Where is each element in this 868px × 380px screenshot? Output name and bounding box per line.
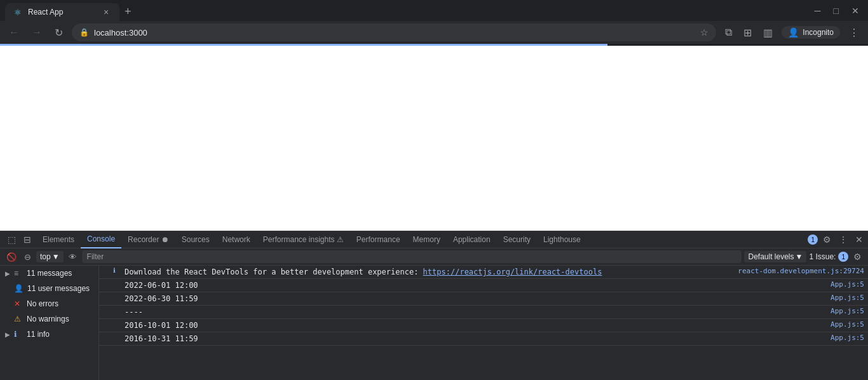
expand-messages-icon: ▶ — [5, 270, 10, 277]
info-entry-icon: ℹ — [113, 267, 122, 274]
lock-icon: 🔒 — [79, 28, 89, 37]
clear-console-button[interactable]: 🚫 — [4, 251, 19, 263]
log-entry-dashes: ---- App.js:5 — [99, 306, 868, 319]
sidebar-item-user-messages[interactable]: ▶ 👤 11 user messages — [0, 281, 98, 296]
devtools-badge: 1 — [808, 234, 818, 245]
console-right-panel: ℹ Download the React DevTools for a bett… — [99, 266, 868, 380]
back-button[interactable]: ← — [5, 24, 23, 41]
tab-close-button[interactable]: × — [100, 6, 112, 18]
issues-badge-area: 1 Issue: 1 — [809, 252, 848, 262]
window-controls: ─ □ ✕ — [811, 4, 863, 17]
no-warnings-icon: ⚠ — [14, 315, 23, 323]
tab-favicon: ⚛ — [13, 7, 23, 17]
tab-sources[interactable]: Sources — [175, 231, 216, 248]
console-filter-icon[interactable]: ⊖ — [22, 251, 34, 263]
tab-console[interactable]: Console — [81, 231, 121, 248]
url-bar[interactable]: 🔒 localhost:3000 ☆ — [72, 24, 716, 41]
tab-lighthouse[interactable]: Lighthouse — [537, 231, 587, 248]
tab-performance-insights[interactable]: Performance insights ⚠ — [257, 231, 350, 248]
sidebar-icon[interactable]: ▥ — [759, 24, 776, 41]
sidebar-item-messages[interactable]: ▶ ≡ 11 messages — [0, 266, 98, 281]
log-source-date2[interactable]: App.js:5 — [750, 294, 864, 302]
devtools-right-icons: 1 ⚙ ⋮ ✕ — [808, 233, 865, 246]
page-content — [0, 46, 868, 231]
forward-button[interactable]: → — [28, 24, 46, 41]
default-levels-label: Default levels — [748, 252, 794, 261]
select-element-icon[interactable]: ⬚ — [5, 233, 18, 246]
title-bar: ⚛ React App × + ─ □ ✕ — [0, 0, 868, 21]
log-source-dashes[interactable]: App.js:5 — [750, 307, 864, 315]
devtools-left-icons: ⬚ ⊟ — [3, 233, 36, 246]
minimize-button[interactable]: ─ — [811, 4, 825, 17]
issue-label: 1 Issue: — [809, 252, 836, 261]
messages-label: 11 messages — [27, 269, 72, 278]
tab-recorder[interactable]: Recorder ⏺ — [121, 231, 175, 248]
devtools-panel: ⬚ ⊟ Elements Console Recorder ⏺ Sources … — [0, 231, 868, 380]
log-message-dashes: ---- — [125, 307, 747, 317]
sidebar-item-no-warnings[interactable]: ▶ ⚠ No warnings — [0, 311, 98, 327]
issue-count-badge: 1 — [838, 252, 848, 262]
devtools-close-icon[interactable]: ✕ — [853, 233, 865, 246]
device-toggle-icon[interactable]: ⊟ — [21, 233, 34, 246]
chrome-menu-button[interactable]: ⋮ — [845, 24, 863, 41]
incognito-label: Incognito — [803, 28, 834, 37]
log-message-date1: 2022-06-01 12:00 — [125, 280, 747, 290]
eye-icon[interactable]: 👁 — [66, 251, 79, 263]
log-entry-date4: 2016-10-31 11:59 App.js:5 — [99, 332, 868, 346]
close-window-button[interactable]: ✕ — [848, 4, 863, 17]
new-tab-button[interactable]: + — [119, 3, 137, 21]
tab-network[interactable]: Network — [216, 231, 257, 248]
user-messages-icon: 👤 — [14, 284, 24, 293]
tab-elements[interactable]: Elements — [36, 231, 81, 248]
extensions-icon[interactable]: ⧉ — [721, 24, 736, 41]
log-source-date3[interactable]: App.js:5 — [750, 320, 864, 329]
console-split: ▶ ≡ 11 messages ▶ 👤 11 user messages ▶ ✕… — [0, 266, 868, 380]
console-log[interactable]: ℹ Download the React DevTools for a bett… — [99, 266, 868, 380]
log-source-date4[interactable]: App.js:5 — [750, 334, 864, 342]
context-label: top — [40, 252, 51, 261]
log-message-date3: 2016-10-01 12:00 — [125, 320, 747, 330]
tab-memory[interactable]: Memory — [407, 231, 447, 248]
console-sidebar: ▶ ≡ 11 messages ▶ 👤 11 user messages ▶ ✕… — [0, 266, 99, 380]
tab-strip: ⚛ React App × + — [5, 0, 806, 21]
url-text: localhost:3000 — [94, 28, 147, 37]
devtools-tab-bar: ⬚ ⊟ Elements Console Recorder ⏺ Sources … — [0, 231, 868, 248]
log-message-devtools: Download the React DevTools for a better… — [125, 267, 735, 277]
log-entry-devtools: ℹ Download the React DevTools for a bett… — [99, 266, 868, 279]
incognito-area[interactable]: 👤 Incognito — [782, 26, 840, 39]
log-entry-date2: 2022-06-30 11:59 App.js:5 — [99, 292, 868, 306]
no-warnings-label: No warnings — [27, 315, 69, 323]
context-dropdown-icon: ▼ — [52, 252, 60, 261]
tab-performance[interactable]: Performance — [350, 231, 407, 248]
user-messages-label: 11 user messages — [27, 284, 90, 293]
devtools-link[interactable]: https://reactjs.org/link/react-devtools — [423, 268, 602, 276]
devtools-settings-icon[interactable]: ⚙ — [820, 233, 834, 246]
no-errors-icon: ✕ — [14, 299, 23, 308]
puzzle-icon[interactable]: ⊞ — [740, 24, 756, 41]
tab-application[interactable]: Application — [447, 231, 497, 248]
address-bar: ← → ↻ 🔒 localhost:3000 ☆ ⧉ ⊞ ▥ 👤 Incogni… — [0, 21, 868, 44]
console-toolbar: 🚫 ⊖ top ▼ 👁 Default levels ▼ 1 Issue: 1 … — [0, 248, 868, 266]
devtools-more-icon[interactable]: ⋮ — [836, 233, 850, 246]
context-selector[interactable]: top ▼ — [36, 251, 64, 262]
expand-info-icon: ▶ — [5, 331, 10, 338]
browser-tab[interactable]: ⚛ React App × — [5, 3, 119, 21]
console-settings-icon[interactable]: ⚙ — [851, 250, 864, 263]
console-filter-input[interactable] — [82, 250, 742, 263]
info-icon: ℹ — [14, 330, 23, 339]
log-message-date2: 2022-06-30 11:59 — [125, 294, 747, 304]
default-levels-dropdown[interactable]: Default levels ▼ — [744, 251, 806, 262]
maximize-button[interactable]: □ — [830, 4, 843, 17]
log-source-date1[interactable]: App.js:5 — [750, 280, 864, 288]
sidebar-item-info[interactable]: ▶ ℹ 11 info — [0, 327, 98, 342]
log-entry-date1: 2022-06-01 12:00 App.js:5 — [99, 279, 868, 292]
info-label: 11 info — [27, 330, 50, 339]
tab-title: React App — [28, 8, 95, 17]
reload-button[interactable]: ↻ — [51, 24, 67, 41]
log-message-date4: 2016-10-31 11:59 — [125, 334, 747, 344]
tab-security[interactable]: Security — [497, 231, 537, 248]
log-source-devtools[interactable]: react-dom.development.js:29724 — [738, 267, 864, 275]
toolbar-icons: ⧉ ⊞ ▥ — [721, 24, 776, 41]
bookmark-star-icon[interactable]: ☆ — [700, 27, 709, 37]
sidebar-item-no-errors[interactable]: ▶ ✕ No errors — [0, 296, 98, 311]
